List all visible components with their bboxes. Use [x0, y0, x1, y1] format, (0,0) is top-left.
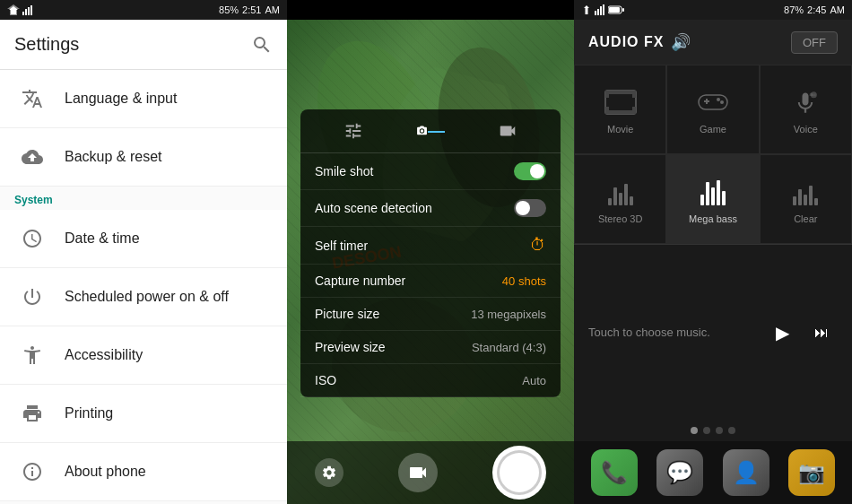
printing-label: Printing — [65, 405, 113, 421]
settings-item-scheduled-power[interactable]: Scheduled power on & off — [0, 268, 287, 326]
iso-row: ISO Auto — [300, 364, 561, 397]
settings-item-about[interactable]: About phone — [0, 443, 287, 501]
settings-item-printing[interactable]: Printing — [0, 385, 287, 443]
battery-right: 87% — [784, 4, 804, 15]
svg-rect-20 — [706, 99, 708, 104]
picture-size-label: Picture size — [315, 307, 379, 321]
capture-number-label: Capture number — [315, 274, 405, 288]
camera-settings-overlay: Smile shot Auto scene detection Self tim… — [300, 109, 561, 397]
camera-capture-button[interactable] — [492, 446, 546, 500]
svg-rect-13 — [605, 110, 636, 114]
backup-label: Backup & reset — [65, 149, 162, 165]
svg-point-22 — [720, 100, 724, 104]
about-label: About phone — [65, 464, 146, 480]
clear-label: Clear — [794, 213, 817, 224]
dot-3 — [716, 427, 723, 434]
language-icon — [14, 81, 50, 117]
print-icon — [14, 395, 50, 431]
svg-rect-12 — [605, 91, 636, 94]
megabass-icon — [695, 174, 731, 210]
svg-rect-17 — [632, 107, 636, 110]
audio-fx-voice[interactable]: Voice — [760, 65, 852, 154]
audio-fx-game[interactable]: Game — [666, 65, 759, 154]
datetime-label: Date & time — [65, 230, 140, 247]
dock-camera-icon[interactable]: 📷 — [788, 449, 835, 496]
svg-rect-16 — [605, 107, 609, 110]
picture-size-value: 13 megapixels — [471, 308, 546, 321]
audio-title-row: AUDIO FX 🔊 — [588, 32, 691, 52]
power-icon — [14, 279, 50, 315]
camera-tab-video[interactable] — [493, 117, 522, 145]
svg-rect-14 — [605, 94, 609, 98]
search-icon[interactable] — [251, 34, 273, 56]
audio-fx-movie[interactable]: Movie — [574, 65, 666, 154]
auto-scene-toggle[interactable] — [514, 199, 546, 217]
app-dock: 📞 💬 👤 📷 — [574, 441, 852, 504]
settings-item-backup[interactable]: Backup & reset — [0, 128, 287, 187]
camera-tabs — [300, 109, 561, 153]
timer-icon: ⏱ — [530, 236, 546, 255]
music-play-button[interactable]: ▶ — [766, 317, 798, 349]
dock-phone-icon[interactable]: 📞 — [591, 449, 638, 496]
auto-scene-row: Auto scene detection — [300, 190, 561, 227]
picture-size-row: Picture size 13 megapixels — [300, 298, 561, 331]
settings-list: Language & input Backup & reset System D… — [0, 70, 287, 504]
preview-size-value: Standard (4:3) — [472, 341, 546, 354]
camera-bottom-bar — [287, 441, 574, 504]
settings-panel: Settings Language & input Backup & reset — [0, 20, 287, 504]
status-bar-right: 87% 2:45 AM — [574, 0, 852, 20]
movie-icon — [603, 84, 639, 120]
svg-rect-15 — [632, 94, 636, 98]
dock-contacts-icon[interactable]: 👤 — [723, 449, 769, 496]
audio-toggle-button[interactable]: OFF — [791, 31, 838, 54]
auto-scene-label: Auto scene detection — [315, 201, 432, 215]
svg-rect-10 — [622, 8, 624, 12]
svg-point-21 — [717, 98, 720, 101]
dot-2 — [703, 427, 710, 434]
capture-number-value: 40 shots — [502, 274, 546, 288]
settings-item-datetime[interactable]: Date & time — [0, 210, 287, 268]
smile-shot-toggle[interactable] — [514, 162, 546, 180]
scheduled-power-label: Scheduled power on & off — [65, 289, 229, 305]
svg-rect-4 — [595, 11, 596, 15]
movie-label: Movie — [607, 124, 633, 135]
svg-rect-1 — [25, 9, 27, 15]
camera-settings-button[interactable] — [315, 458, 343, 487]
music-player: Touch to choose music. ▶ ⏭ — [574, 245, 852, 420]
music-next-button[interactable]: ⏭ — [805, 317, 838, 349]
preview-size-label: Preview size — [315, 340, 386, 354]
system-section-header: System — [0, 187, 287, 210]
game-label: Game — [700, 124, 726, 135]
status-bar-left: 85% 2:51 AM — [0, 0, 287, 20]
language-label: Language & input — [65, 91, 177, 107]
self-timer-label: Self timer — [315, 239, 368, 253]
camera-video-button[interactable] — [398, 453, 438, 492]
settings-header: Settings — [0, 20, 287, 70]
svg-rect-5 — [597, 9, 599, 15]
clock-icon — [14, 221, 50, 256]
svg-rect-0 — [22, 12, 24, 15]
self-timer-row: Self timer ⏱ — [300, 227, 561, 265]
iso-value: Auto — [522, 374, 546, 387]
settings-item-language[interactable]: Language & input — [0, 70, 287, 128]
svg-rect-3 — [30, 5, 32, 15]
preview-size-row: Preview size Standard (4:3) — [300, 331, 561, 364]
audio-fx-clear[interactable]: Clear — [760, 154, 852, 244]
svg-rect-7 — [603, 4, 604, 15]
voice-icon — [787, 84, 823, 120]
audio-fx-stereo3d[interactable]: Stereo 3D — [574, 154, 666, 244]
dock-messages-icon[interactable]: 💬 — [656, 449, 703, 496]
audio-header: AUDIO FX 🔊 OFF — [574, 20, 852, 65]
music-choose-text: Touch to choose music. — [588, 326, 759, 339]
audio-fx-grid: Movie Game — [574, 65, 852, 245]
camera-tab-photo[interactable] — [416, 117, 445, 145]
audio-panel: AUDIO FX 🔊 OFF — [574, 20, 852, 504]
status-bar-center — [287, 0, 574, 20]
stereo3d-bars — [608, 178, 633, 205]
camera-tab-adjust[interactable] — [339, 117, 368, 145]
dots-indicator — [574, 420, 852, 441]
backup-icon — [14, 139, 50, 175]
audio-fx-megabass[interactable]: Mega bass — [666, 154, 759, 244]
smile-shot-row: Smile shot — [300, 153, 561, 190]
settings-item-accessibility[interactable]: Accessibility — [0, 326, 287, 385]
